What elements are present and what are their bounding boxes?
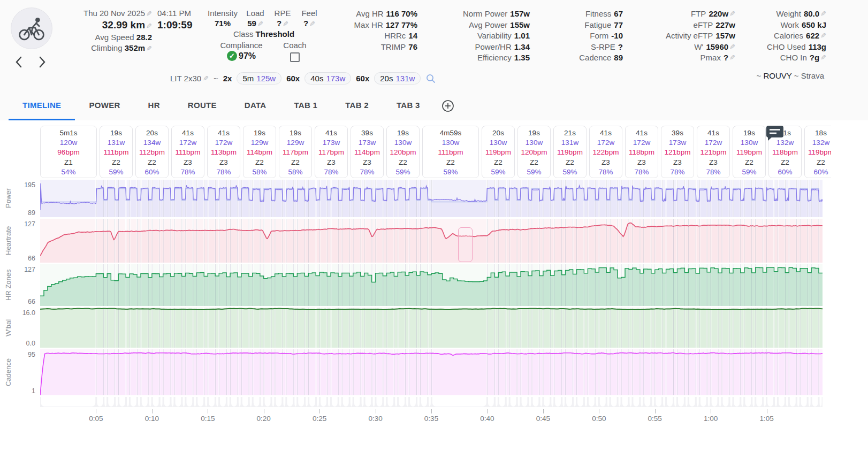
coach-checkbox[interactable] <box>290 52 300 62</box>
edit-load-icon[interactable]: ✎ <box>257 20 263 28</box>
tab-data[interactable]: DATA <box>231 91 280 120</box>
interval-hr: 119bpm <box>805 148 831 157</box>
tick-bottom: 89 <box>28 209 35 217</box>
track-plot-wbal[interactable] <box>40 308 823 348</box>
time-tick <box>208 409 208 413</box>
activity-distance[interactable]: 32.99 km✎ <box>63 19 154 31</box>
activity-page: Thu 20 Nov 2025✎ 04:11 PM 32.99 km✎ 1:09… <box>0 0 868 460</box>
interval-card[interactable]: 19s130w120bpmZ259% <box>386 126 420 178</box>
interval-card[interactable]: 41s172w122bpmZ378% <box>589 126 622 178</box>
workout-step-chip[interactable]: 20s131w <box>374 72 421 85</box>
interval-power: 130w <box>387 138 419 148</box>
strava-link[interactable]: Strava <box>801 71 824 80</box>
interval-pct: 78% <box>697 167 729 177</box>
interval-card[interactable]: 41s172w118bpmZ378% <box>625 126 658 178</box>
interval-duration: 41s <box>590 128 622 138</box>
track-plot-power[interactable] <box>40 180 823 217</box>
interval-power: 173w <box>315 138 347 148</box>
edit-distance-icon[interactable]: ✎ <box>146 22 152 30</box>
tab-timeline[interactable]: TIMELINE <box>9 91 75 120</box>
interval-zone: Z3 <box>172 158 204 167</box>
interval-power: 120w <box>41 138 96 148</box>
edit-icon[interactable]: ✎ <box>820 52 826 64</box>
interval-strip[interactable] <box>40 397 823 408</box>
search-workout-icon[interactable] <box>425 73 436 84</box>
tab-tab-3[interactable]: TAB 3 <box>383 91 434 120</box>
interval-duration: 41s <box>626 128 658 138</box>
class-row: Class Threshold <box>205 29 323 39</box>
interval-duration: 41s <box>208 128 240 138</box>
time-tick <box>487 409 488 413</box>
interval-power: 131w <box>554 138 586 148</box>
effort-value-intensity: 71% <box>205 19 240 28</box>
interval-card[interactable]: 41s172w113bpmZ378% <box>207 126 240 178</box>
interval-zone: Z3 <box>626 158 658 167</box>
interval-card[interactable]: 21s131w119bpmZ259% <box>553 126 587 178</box>
edit-date-icon[interactable]: ✎ <box>146 10 152 18</box>
interval-card[interactable]: 20s130w119bpmZ259% <box>482 126 515 178</box>
workout-step-chip[interactable]: 5m125w <box>237 72 281 85</box>
edit-climbing-icon[interactable]: ✎ <box>146 44 152 52</box>
tab-hr[interactable]: HR <box>134 91 174 120</box>
interval-card[interactable]: 19s130w120bpmZ259% <box>517 126 551 178</box>
track-plot-heartrate[interactable] <box>40 219 823 263</box>
edit-icon[interactable]: ✎ <box>820 9 826 20</box>
next-activity-button[interactable] <box>37 56 47 68</box>
track-plot-cadence[interactable] <box>40 349 823 395</box>
stat-work: Work650 kJ <box>734 20 826 31</box>
interval-hr: 114bpm <box>243 148 276 157</box>
track-heartrate: Heartrate12766 <box>0 219 868 263</box>
cyclist-icon <box>18 14 45 42</box>
climbing[interactable]: Climbing 352m✎ <box>63 43 154 52</box>
tab-route[interactable]: ROUTE <box>174 91 231 120</box>
interval-duration: 19s <box>518 128 550 138</box>
workout-step-count: 60x <box>286 74 300 83</box>
interval-card[interactable]: 41s172w121bpmZ378% <box>697 126 730 178</box>
stat-group-body: Weight80.0✎Work650 kJCalories622✎CHO Use… <box>734 9 826 64</box>
selected-interval-highlight[interactable] <box>458 227 472 262</box>
interval-pct: 58% <box>279 167 311 177</box>
track-plot-hrzones[interactable] <box>40 264 823 306</box>
interval-card[interactable]: 41s173w117bpmZ378% <box>315 126 348 178</box>
interval-zone: Z2 <box>423 158 478 167</box>
edit-icon[interactable]: ✎ <box>820 30 826 42</box>
tick-top: 127 <box>24 220 35 228</box>
stat-trimp: TRIMP76 <box>328 42 417 53</box>
comment-icon[interactable] <box>765 125 785 141</box>
interval-duration: 21s <box>554 128 586 138</box>
tab-tab-1[interactable]: TAB 1 <box>280 91 331 120</box>
interval-card[interactable]: 20s134w112bpmZ260% <box>135 126 169 178</box>
rouvy-link[interactable]: ROUVY <box>763 71 791 80</box>
interval-duration: 19s <box>243 128 276 138</box>
tab-tab-2[interactable]: TAB 2 <box>331 91 383 120</box>
activity-type-avatar[interactable] <box>11 7 52 49</box>
interval-card[interactable]: 4m59s130w111bpmZ259% <box>422 126 479 178</box>
stat-weight: Weight80.0✎ <box>734 9 826 20</box>
interval-card[interactable]: 39s173w121bpmZ378% <box>661 126 694 178</box>
interval-card[interactable]: 41s172w111bpmZ378% <box>171 126 204 178</box>
interval-card[interactable]: 39s173w114bpmZ378% <box>351 126 384 178</box>
stat-efficiency: Efficiency1.35 <box>438 52 530 64</box>
add-tab-button[interactable] <box>434 91 462 120</box>
interval-power: 132w <box>805 138 831 148</box>
prev-activity-button[interactable] <box>14 56 24 68</box>
edit-rpe-icon[interactable]: ✎ <box>283 20 288 28</box>
edit-feel-icon[interactable]: ✎ <box>309 20 315 28</box>
compliance-label: Compliance <box>205 41 278 50</box>
interval-card[interactable]: 19s131w111bpmZ259% <box>100 126 133 178</box>
edit-workout-icon[interactable]: ✎ <box>203 74 209 82</box>
interval-card[interactable]: 19s129w114bpmZ258% <box>243 126 276 178</box>
tab-power[interactable]: POWER <box>75 91 134 120</box>
workout-step-chip[interactable]: 40s173w <box>304 72 351 85</box>
workout-name[interactable]: LIT 2x30 <box>170 74 201 83</box>
interval-zone: Z3 <box>697 158 729 167</box>
interval-card[interactable]: 5m1s120w96bpmZ154% <box>40 126 97 178</box>
interval-hr: 119bpm <box>554 148 586 157</box>
interval-card[interactable]: 19s130w119bpmZ259% <box>733 126 766 178</box>
interval-card[interactable]: 19s129w117bpmZ258% <box>279 126 312 178</box>
time-tick <box>431 409 432 413</box>
interval-card[interactable]: 18s132w119bpmZ260% <box>804 126 831 178</box>
activity-date[interactable]: Thu 20 Nov 2025✎ <box>63 9 154 18</box>
interval-hr: 117bpm <box>279 148 311 157</box>
interval-hr: 111bpm <box>100 148 132 157</box>
